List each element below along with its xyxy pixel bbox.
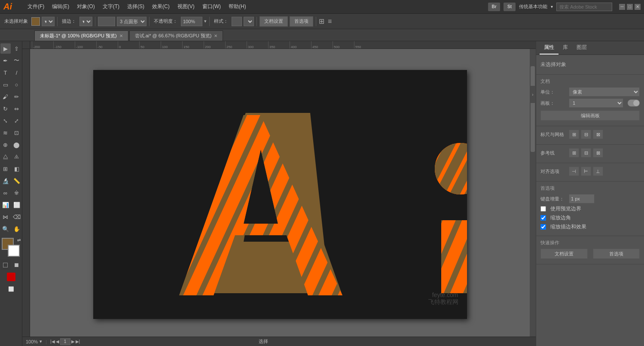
quick-doc-setup-button[interactable]: 文档设置: [540, 249, 588, 259]
curvature-tool[interactable]: 〜: [12, 55, 22, 66]
stock-icon[interactable]: St: [504, 3, 516, 11]
menu-effect[interactable]: 效果(C): [149, 1, 173, 12]
free-transform-tool[interactable]: ⊡: [12, 127, 22, 138]
perspective-sel-tool[interactable]: ⧌: [12, 152, 22, 162]
edit-artboard-button[interactable]: 编辑画板: [540, 110, 640, 121]
brush-type-select[interactable]: 3 点圆形: [117, 17, 147, 26]
perspective-grid-tool[interactable]: ⧋: [0, 152, 11, 162]
scroll-thumb-vertical[interactable]: [531, 66, 535, 152]
rulers-icon-btn[interactable]: ⊞: [569, 130, 579, 139]
align-icon-3[interactable]: ⊥: [593, 167, 603, 176]
guide-icon-1[interactable]: ⊞: [569, 148, 579, 158]
artboard-input[interactable]: [60, 338, 70, 345]
tab-close-0[interactable]: ✕: [119, 33, 123, 38]
menu-edit[interactable]: 编辑(E): [49, 1, 73, 12]
tab-0[interactable]: 未标题-1* @ 100% (RGB/GPU 预览) ✕: [34, 30, 128, 41]
rectangle-tool[interactable]: ▭: [0, 79, 11, 90]
bridge-icon[interactable]: Br: [488, 3, 500, 11]
column-graph-tool[interactable]: 📊: [0, 200, 11, 210]
minimize-button[interactable]: ─: [619, 4, 625, 10]
eyedropper-tool[interactable]: 🔬: [0, 176, 11, 186]
tab-layers[interactable]: 图层: [572, 41, 591, 55]
nav-next-button[interactable]: ▶: [71, 339, 75, 344]
pen-tool[interactable]: ✒: [0, 55, 11, 66]
align-icon-1[interactable]: ⊣: [569, 167, 579, 176]
stroke-select[interactable]: ▾: [79, 17, 92, 26]
menu-view[interactable]: 视图(V): [174, 1, 198, 12]
quick-prefs-button[interactable]: 首选项: [593, 249, 640, 259]
swap-colors-icon[interactable]: ⇄: [17, 238, 21, 243]
align-icon-2[interactable]: ⊢: [581, 167, 591, 176]
prefs-button[interactable]: 首选项: [290, 16, 313, 27]
arrange-icons[interactable]: ⊞: [319, 17, 324, 25]
menu-select[interactable]: 选择(S): [124, 1, 148, 12]
menu-window[interactable]: 窗口(W): [199, 1, 224, 12]
snap-icon-btn[interactable]: ⊠: [593, 130, 603, 139]
nav-first-button[interactable]: |◀: [50, 339, 55, 344]
artboard-toggle[interactable]: [628, 100, 640, 106]
type-tool[interactable]: T: [0, 67, 11, 78]
red-swatch[interactable]: [7, 273, 15, 281]
menu-object[interactable]: 对象(O): [73, 1, 98, 12]
brush-preview[interactable]: [98, 17, 115, 26]
reflect-tool[interactable]: ⇔: [12, 103, 22, 114]
fill-mode-icon[interactable]: ■: [12, 260, 22, 270]
artboard-select[interactable]: 1: [569, 98, 623, 108]
doc-setup-button[interactable]: 文档设置: [259, 16, 288, 27]
close-button[interactable]: ✕: [635, 4, 641, 10]
pencil-tool[interactable]: ✏: [12, 91, 22, 102]
background-swatch[interactable]: [8, 245, 20, 257]
live-paint-tool[interactable]: ⬤: [12, 140, 22, 150]
artboard-tool[interactable]: ⬜: [12, 200, 22, 210]
artboard[interactable]: feyte.com 飞特教程网: [93, 70, 467, 319]
opacity-input[interactable]: [181, 17, 202, 26]
zoom-chevron[interactable]: ▾: [40, 339, 42, 344]
shape-builder-tool[interactable]: ⊕: [0, 140, 11, 150]
zoom-tool[interactable]: 🔍: [0, 224, 11, 234]
slice-tool[interactable]: ⋈: [0, 212, 11, 222]
select-tool[interactable]: ▶: [0, 43, 11, 54]
tab-properties[interactable]: 属性: [540, 41, 559, 55]
change-screen-mode[interactable]: ⬜: [6, 284, 16, 294]
tab-libraries[interactable]: 库: [559, 41, 572, 55]
guide-icon-3[interactable]: ⊠: [593, 148, 603, 158]
menu-text[interactable]: 文字(T): [99, 1, 123, 12]
symbol-spray-tool[interactable]: ※: [12, 188, 22, 198]
maximize-button[interactable]: □: [627, 4, 633, 10]
gradient-tool[interactable]: ◧: [12, 164, 22, 174]
menu-file[interactable]: 文件(F): [24, 1, 48, 12]
line-tool[interactable]: /: [12, 67, 22, 78]
keyboard-increment-input[interactable]: [569, 194, 595, 203]
workspace-selector[interactable]: 传统基本功能: [519, 3, 547, 10]
blend-tool[interactable]: ∞: [0, 188, 11, 198]
normal-mode-icon[interactable]: □: [0, 260, 11, 270]
rotate-tool[interactable]: ↻: [0, 103, 11, 114]
scale-corners-checkbox[interactable]: [540, 215, 546, 221]
workspace-chevron[interactable]: ▾: [551, 4, 553, 9]
warp-tool[interactable]: ⤢: [12, 115, 22, 126]
stock-search-input[interactable]: [556, 3, 612, 11]
paintbrush-tool[interactable]: 🖌: [0, 91, 11, 102]
width-tool[interactable]: ≋: [0, 127, 11, 138]
scale-strokes-checkbox[interactable]: [540, 224, 546, 230]
tab-1[interactable]: 尝试.ai* @ 66.67% (RGB/GPU 预览) ✕: [129, 30, 223, 41]
fill-swatch-tb[interactable]: [31, 17, 40, 26]
grid-icon-btn[interactable]: ⊟: [581, 130, 591, 139]
style-select[interactable]: ▾: [244, 17, 254, 26]
menu-help[interactable]: 帮助(H): [225, 1, 250, 12]
scale-tool[interactable]: ⤡: [0, 115, 11, 126]
unit-select[interactable]: 像素: [569, 87, 640, 97]
measure-tool[interactable]: 📏: [12, 176, 22, 186]
direct-select-tool[interactable]: ⇧: [12, 43, 22, 54]
guide-icon-2[interactable]: ⊟: [581, 148, 591, 158]
mesh-tool[interactable]: ⊞: [0, 164, 11, 174]
eraser-tool[interactable]: ⌫: [12, 212, 22, 222]
style-preview[interactable]: [232, 17, 242, 26]
ellipse-tool[interactable]: ○: [12, 79, 22, 90]
distribute-icon[interactable]: ≡: [328, 18, 332, 25]
nav-prev-button[interactable]: ◀: [56, 339, 59, 344]
use-preview-bounds-checkbox[interactable]: [540, 206, 546, 212]
fill-type-select[interactable]: ▾: [42, 17, 55, 26]
opacity-chevron[interactable]: ▾: [204, 18, 207, 24]
hand-tool[interactable]: ✋: [12, 224, 22, 234]
